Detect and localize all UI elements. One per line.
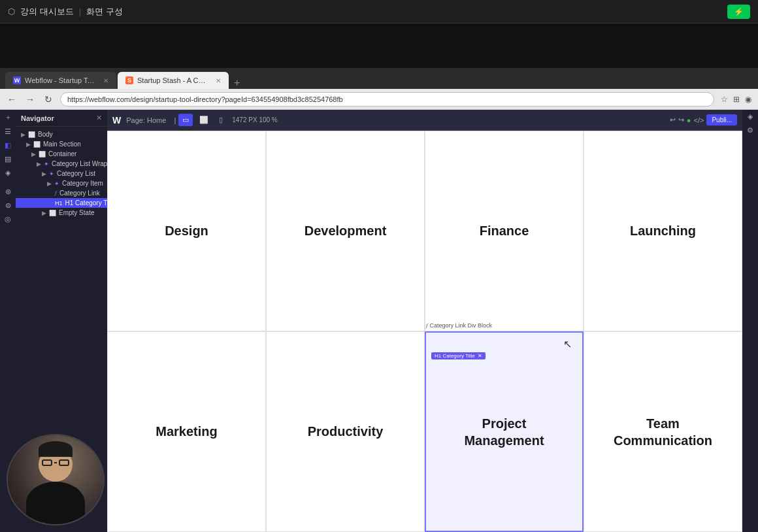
launching-title: Launching [630, 224, 696, 239]
top-bar: ⬡ 강의 대시보드 | 화면 구성 ⚡ [0, 0, 758, 24]
browser-tab-webflow[interactable]: W Webflow - Startup Tool Direct... ✕ [5, 72, 116, 89]
nav-item-cat-list-wrapper[interactable]: ▶ ✦ Category List Wrapper [16, 159, 107, 169]
reload-button[interactable]: ↻ [42, 94, 55, 105]
ecommerce-icon[interactable]: ⊜ [5, 201, 11, 210]
cat-list-wrapper-icon: ✦ [44, 161, 49, 167]
forward-button[interactable]: → [24, 94, 37, 105]
startupstash-favicon: S [125, 76, 133, 84]
wf-page-label: Page: Home [126, 116, 166, 124]
nav-item-body[interactable]: ▶ ⬜ Body [16, 129, 107, 139]
nav-item-main-section[interactable]: ▶ ⬜ Main Section [16, 139, 107, 149]
extensions-icon[interactable]: ⊞ [732, 93, 741, 105]
cell-team-communication[interactable]: TeamCommunication [584, 331, 742, 532]
cat-link-icon: 𝑓 [55, 190, 57, 197]
startupstash-tab-label: Startup Stash - A Curated Dir... [137, 76, 209, 84]
nav-item-cat-item[interactable]: ▶ ✦ Category Item [16, 178, 107, 188]
undo-icon[interactable]: ↩ [670, 116, 676, 124]
badge-close-icon[interactable]: ✕ [478, 353, 482, 359]
startupstash-tab-close[interactable]: ✕ [216, 77, 221, 84]
nav-item-cat-link[interactable]: 𝑓 Category Link [16, 188, 107, 198]
cell-launching[interactable]: Launching [584, 131, 742, 331]
wf-toolbar: W Page: Home | ▭ ⬜ ▯ 1472 PX 100 % ↩ ↪ ●… [107, 110, 742, 131]
nav-item-container[interactable]: ▶ ⬜ Container [16, 149, 107, 159]
productivity-title: Productivity [308, 424, 384, 439]
redo-icon[interactable]: ↪ [678, 116, 684, 124]
wf-desktop-btn[interactable]: ▭ [178, 114, 193, 126]
navigator-icon[interactable]: ☰ [5, 127, 11, 136]
star-icon[interactable]: ☆ [719, 93, 729, 105]
back-button[interactable]: ← [5, 94, 18, 105]
browser-window: W Webflow - Startup Tool Direct... ✕ S S… [0, 68, 758, 532]
new-tab-button[interactable]: + [230, 77, 244, 89]
green-button[interactable]: ⚡ [727, 5, 750, 19]
glasses-left [42, 459, 52, 466]
navigator-close-button[interactable]: ✕ [96, 114, 102, 122]
finance-title: Finance [480, 224, 529, 239]
wf-tablet-btn[interactable]: ⬜ [195, 114, 212, 126]
nav-cat-link-label: Category Link [59, 190, 100, 197]
main-section-arrow: ▶ [26, 141, 31, 148]
settings-panel-icon[interactable]: ⚙ [747, 126, 753, 135]
person-body [26, 482, 85, 524]
top-bar-left: ⬡ 강의 대시보드 | 화면 구성 [8, 6, 123, 18]
canvas-content: Design Development Finance Launching [107, 131, 742, 532]
cell-finance[interactable]: Finance [425, 131, 584, 331]
wf-mobile-btn[interactable]: ▯ [215, 114, 227, 126]
symbols-icon[interactable]: ◈ [5, 169, 10, 177]
nav-item-cat-title[interactable]: H1 H1 Category Title [16, 198, 107, 208]
body-arrow: ▶ [21, 131, 25, 138]
person-hair [39, 441, 73, 457]
address-field[interactable]: https://webflow.com/design/startup-tool-… [60, 92, 714, 107]
navigator-header: Navigator ✕ [16, 110, 107, 127]
right-icon-strip: ◈ ⚙ [742, 110, 758, 532]
nav-item-cat-list[interactable]: ▶ ✦ Category List [16, 169, 107, 178]
video-overlay [7, 434, 105, 525]
nav-cat-item-label: Category Item [62, 180, 103, 187]
cell-productivity[interactable]: Productivity [266, 331, 425, 532]
code-icon[interactable]: </> [694, 116, 704, 124]
cell-project-management[interactable]: 𝑓 Category Link Div Block ↖ H1 Category … [425, 331, 584, 532]
wf-logo: W [112, 115, 121, 125]
profile-icon[interactable]: ◉ [744, 93, 753, 105]
glasses [42, 459, 69, 466]
wf-status-icon: ● [687, 116, 691, 124]
add-panel-icon[interactable]: ＋ [5, 112, 12, 122]
top-bar-title: 강의 대시보드 [20, 6, 74, 18]
empty-state-arrow: ▶ [42, 210, 46, 216]
nav-item-empty-state[interactable]: ▶ ⬜ Empty State [16, 208, 107, 218]
cell-marketing[interactable]: Marketing [107, 331, 266, 532]
nav-cat-list-wrapper-label: Category List Wrapper [52, 160, 107, 167]
browser-tab-startupstash[interactable]: S Startup Stash - A Curated Dir... ✕ [118, 72, 229, 89]
cat-item-icon: ✦ [54, 180, 59, 187]
top-bar-subtitle: 화면 구성 [86, 6, 123, 18]
webflow-editor: ＋ ☰ ◧ ▤ ◈ ⊛ ⊜ ◎ Navigator ✕ ▶ ⬜ Body ▶ [0, 110, 758, 532]
team-communication-title: TeamCommunication [614, 415, 712, 449]
cat-list-icon: ✦ [49, 171, 54, 177]
layers-icon[interactable]: ◧ [5, 141, 11, 150]
design-title: Design [165, 224, 208, 239]
category-grid: Design Development Finance Launching [107, 131, 742, 532]
container-arrow: ▶ [31, 151, 36, 158]
cat-title-icon: H1 [55, 200, 63, 207]
lightning-icon: ⚡ [734, 7, 744, 16]
browser-tabs: W Webflow - Startup Tool Direct... ✕ S S… [0, 68, 758, 89]
container-icon: ⬜ [39, 151, 46, 158]
wf-right-tools: ↩ ↪ ● </> Publi... [670, 114, 737, 125]
nav-main-section-label: Main Section [43, 141, 81, 148]
cat-list-arrow: ▶ [42, 171, 46, 177]
cat-list-wrapper-arrow: ▶ [37, 161, 41, 167]
webflow-tab-close[interactable]: ✕ [103, 77, 108, 84]
interactions-icon[interactable]: ◎ [5, 215, 11, 224]
browser-icons: ☆ ⊞ ◉ [719, 93, 753, 105]
assets-icon[interactable]: ▤ [5, 155, 11, 163]
category-link-label: 𝑓 Category Link Div Block [426, 322, 492, 329]
page-canvas: Design Development Finance Launching [107, 131, 742, 532]
glasses-bridge [54, 462, 57, 463]
cell-development[interactable]: Development [266, 131, 425, 331]
cat-item-arrow: ▶ [47, 180, 52, 187]
nav-cat-list-label: Category List [57, 170, 95, 177]
cms-icon[interactable]: ⊛ [5, 188, 11, 196]
style-panel-icon[interactable]: ◈ [748, 112, 753, 121]
wf-publish-button[interactable]: Publi... [706, 114, 737, 125]
cell-design[interactable]: Design [107, 131, 266, 331]
